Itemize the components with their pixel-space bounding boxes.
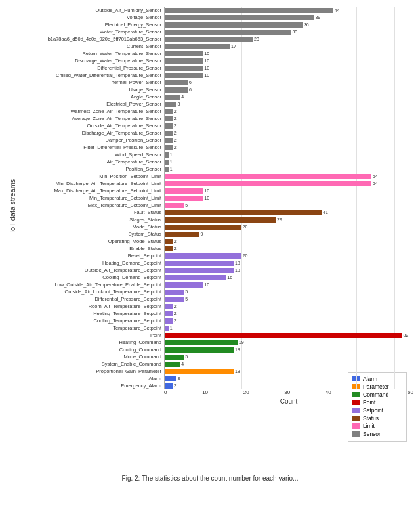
bar-row: 19 [165,339,413,346]
bar-value: 10 [204,58,209,63]
legend-item: Status [352,415,402,421]
bar-row: 17 [165,43,413,50]
bar-value: 54 [373,181,378,186]
bar [165,37,253,42]
bar [165,123,173,129]
bar-value: 29 [277,217,282,222]
bar-row: 18 [165,267,413,274]
legend-item: Point [352,399,402,406]
legend-color-box [352,423,360,429]
bar-value: 10 [204,196,209,200]
bar [165,15,314,20]
bar-value: 10 [204,73,209,77]
bars-area: 4439363323171010101066432222221115454101… [164,7,413,389]
bar-value: 10 [204,51,209,56]
bar-value: 2 [174,116,177,121]
bar [165,95,180,100]
bar-row: 20 [165,252,413,259]
legend-color-box [352,400,360,405]
bar-row: 44 [165,7,413,14]
bar-value: 4 [181,362,184,366]
bar-value: 2 [174,239,177,244]
bar-row: 9 [165,230,413,238]
bar-row: 41 [165,209,413,216]
bar-value: 82 [404,333,409,337]
bar [165,376,176,381]
y-label: Cooling_Temperature_Setpoint [20,317,161,324]
y-label: Stages_Status [20,216,161,223]
y-label: b1a78aa6_d50d_4c0a_920e_5ff7019ab663_Sen… [20,35,161,43]
bar [165,261,234,266]
bar-value: 19 [239,340,244,345]
bar-row: 2 [165,115,413,122]
y-label: Electrical_Energy_Sensor [20,21,161,28]
bar [165,246,173,251]
bar [165,362,180,367]
bar-row: 10 [165,57,413,64]
bar-row: 5 [165,288,413,295]
y-label: System_Status [20,230,161,238]
bar [165,304,173,309]
y-label: Position_Sensor [20,165,161,173]
bar-value: 36 [304,22,309,27]
bar [165,66,203,71]
bar-row: 2 [165,238,413,245]
bar-row: 6 [165,86,413,93]
bar-row: 1 [165,151,413,158]
y-label: Low_Outside_Air_Temperature_Enable_Setpo… [20,281,161,288]
bar [165,196,203,201]
bar-row: 18 [165,368,413,375]
y-label: Min_Discharge_Air_Temperature_Setpoint_L… [20,180,161,187]
bar-row: 29 [165,216,413,223]
y-label: Chilled_Water_Differential_Temperature_S… [20,72,161,79]
bar-value: 20 [243,253,248,258]
y-label: Water_Temperature_Sensor [20,28,161,35]
y-label: Max_Discharge_Air_Temperature_Setpoint_L… [20,187,161,194]
bar-row: 2 [165,144,413,151]
bar-row: 18 [165,346,413,353]
bars-and-labels: Outside_Air_Humidity_SensorVoltage_Senso… [20,7,413,389]
bar-value: 5 [185,290,188,294]
bar [165,318,173,324]
bar-row: 10 [165,50,413,57]
bar-row: 33 [165,28,413,35]
bar-row: 2 [165,122,413,129]
y-label: Temperature_Setpoint [20,324,161,332]
bar [165,160,169,165]
bar-value: 20 [243,225,248,229]
bar [165,167,169,172]
bar [165,73,203,78]
bar-row: 54 [165,180,413,187]
bar [165,58,203,64]
bar-row: 54 [165,173,413,180]
bar-value: 2 [174,246,177,251]
bar-value: 18 [235,347,240,352]
bar [165,333,402,338]
y-label: Heating_Temperature_Setpoint [20,310,161,317]
y-label: Thermal_Power_Sensor [20,79,161,86]
bar-row: 3 [165,375,413,382]
y-label: Angle_Sensor [20,93,161,100]
bar [165,210,322,215]
y-label: Reset_Setpoint [20,252,161,259]
y-label: Return_Water_Temperature_Sensor [20,50,161,57]
legend-item: Limit [352,423,402,429]
bar-value: 1 [170,152,173,157]
bar-row: 1 [165,158,413,165]
bar-value: 44 [335,8,340,12]
bar [165,203,184,208]
y-label: Average_Zone_Air_Temperature_Sensor [20,115,161,122]
y-label: Fault_Status [20,209,161,216]
bar-row: 10 [165,187,413,194]
y-label: Heating_Demand_Setpoint [20,259,161,267]
bar-value: 9 [200,232,203,236]
legend-label: Setpoint [363,407,383,414]
y-label: Usage_Sensor [20,86,161,93]
y-label: Outside_Air_Lockout_Temperature_Setpoint [20,288,161,295]
bar [165,181,371,186]
bar-value: 1 [170,160,173,164]
bar-row: 20 [165,223,413,230]
bar-value: 23 [254,37,259,41]
legend-label: Command [363,391,388,398]
y-label: Outside_Air_Humidity_Sensor [20,7,161,14]
